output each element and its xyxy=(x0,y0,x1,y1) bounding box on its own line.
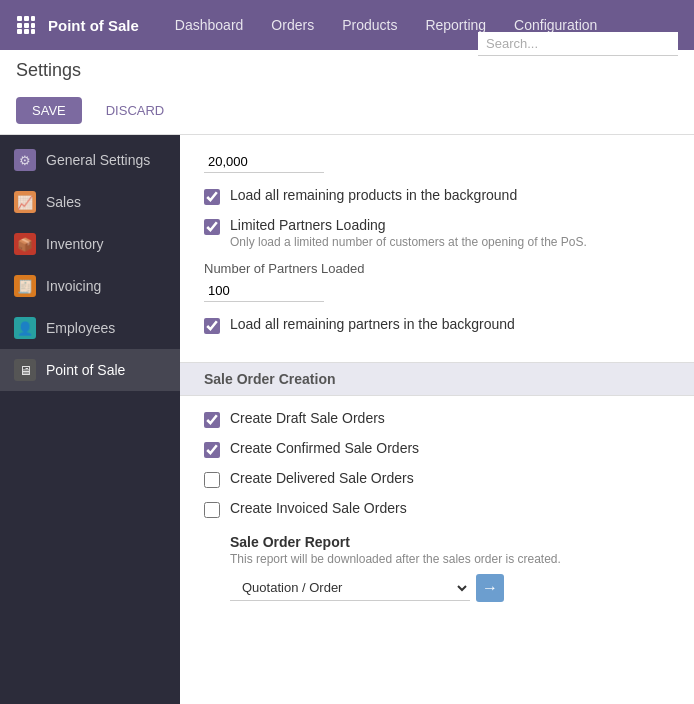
chart-icon: 📈 xyxy=(14,191,36,213)
create-invoiced-label: Create Invoiced Sale Orders xyxy=(230,500,407,516)
svg-rect-6 xyxy=(17,29,22,34)
grid-icon[interactable] xyxy=(12,11,40,39)
settings-header: Settings SAVE DISCARD xyxy=(0,50,694,135)
create-delivered-label: Create Delivered Sale Orders xyxy=(230,470,414,486)
products-loaded-field xyxy=(204,151,670,173)
svg-rect-1 xyxy=(24,16,29,21)
sidebar-item-point-of-sale[interactable]: 🖥 Point of Sale xyxy=(0,349,180,391)
sidebar-label-general-settings: General Settings xyxy=(46,152,150,168)
sidebar-label-inventory: Inventory xyxy=(46,236,104,252)
load-remaining-products-row: Load all remaining products in the backg… xyxy=(204,187,670,205)
sidebar-item-invoicing[interactable]: 🧾 Invoicing xyxy=(0,265,180,307)
load-partners-bg-label: Load all remaining partners in the backg… xyxy=(230,316,515,332)
svg-rect-8 xyxy=(31,29,35,34)
nav-products[interactable]: Products xyxy=(330,11,409,39)
create-confirmed-checkbox[interactable] xyxy=(204,442,220,458)
limited-partners-label: Limited Partners Loading xyxy=(230,217,587,233)
employees-icon: 👤 xyxy=(14,317,36,339)
create-confirmed-row: Create Confirmed Sale Orders xyxy=(204,440,670,458)
nav-orders[interactable]: Orders xyxy=(259,11,326,39)
partners-loaded-field: Number of Partners Loaded xyxy=(204,261,670,302)
create-draft-row: Create Draft Sale Orders xyxy=(204,410,670,428)
main-layout: ⚙ General Settings 📈 Sales 📦 Inventory 🧾… xyxy=(0,135,694,704)
report-navigate-button[interactable]: → xyxy=(476,574,504,602)
app-brand: Point of Sale xyxy=(48,17,139,34)
svg-rect-3 xyxy=(17,23,22,28)
nav-configuration[interactable]: Configuration xyxy=(502,11,609,39)
page-title: Settings xyxy=(16,60,678,81)
action-buttons: SAVE DISCARD xyxy=(16,89,678,134)
sidebar-item-general-settings[interactable]: ⚙ General Settings xyxy=(0,139,180,181)
box-icon: 📦 xyxy=(14,233,36,255)
gear-icon: ⚙ xyxy=(14,149,36,171)
sidebar-item-employees[interactable]: 👤 Employees xyxy=(0,307,180,349)
invoice-icon: 🧾 xyxy=(14,275,36,297)
sale-order-section-header: Sale Order Creation xyxy=(180,362,694,396)
create-invoiced-row: Create Invoiced Sale Orders xyxy=(204,500,670,518)
sidebar-label-invoicing: Invoicing xyxy=(46,278,101,294)
save-button[interactable]: SAVE xyxy=(16,97,82,124)
sidebar: ⚙ General Settings 📈 Sales 📦 Inventory 🧾… xyxy=(0,135,180,704)
limited-partners-desc: Only load a limited number of customers … xyxy=(230,235,587,249)
sidebar-label-pos: Point of Sale xyxy=(46,362,125,378)
load-remaining-products-label: Load all remaining products in the backg… xyxy=(230,187,517,203)
svg-rect-7 xyxy=(24,29,29,34)
sidebar-item-sales[interactable]: 📈 Sales xyxy=(0,181,180,223)
load-partners-bg-checkbox[interactable] xyxy=(204,318,220,334)
sale-order-creation-section: Create Draft Sale Orders Create Confirme… xyxy=(180,396,694,616)
report-select-row: Quotation / Order Invoice → xyxy=(230,574,670,602)
load-remaining-products-checkbox[interactable] xyxy=(204,189,220,205)
nav-dashboard[interactable]: Dashboard xyxy=(163,11,256,39)
report-type-select[interactable]: Quotation / Order Invoice xyxy=(230,575,470,601)
svg-rect-4 xyxy=(24,23,29,28)
partial-settings-top: Load all remaining products in the backg… xyxy=(180,135,694,362)
create-invoiced-checkbox[interactable] xyxy=(204,502,220,518)
create-confirmed-label: Create Confirmed Sale Orders xyxy=(230,440,419,456)
create-draft-label: Create Draft Sale Orders xyxy=(230,410,385,426)
svg-rect-0 xyxy=(17,16,22,21)
limited-partners-row: Limited Partners Loading Only load a lim… xyxy=(204,217,670,249)
limited-partners-checkbox[interactable] xyxy=(204,219,220,235)
svg-rect-5 xyxy=(31,23,35,28)
svg-rect-2 xyxy=(31,16,35,21)
sidebar-item-inventory[interactable]: 📦 Inventory xyxy=(0,223,180,265)
arrow-icon: → xyxy=(482,579,498,597)
products-loaded-input[interactable] xyxy=(204,151,324,173)
create-delivered-checkbox[interactable] xyxy=(204,472,220,488)
sale-order-report-desc: This report will be downloaded after the… xyxy=(230,552,670,566)
sale-order-report-title: Sale Order Report xyxy=(230,534,670,550)
sidebar-label-sales: Sales xyxy=(46,194,81,210)
partners-loaded-label: Number of Partners Loaded xyxy=(204,261,670,276)
create-draft-checkbox[interactable] xyxy=(204,412,220,428)
discard-button[interactable]: DISCARD xyxy=(90,97,181,124)
sidebar-label-employees: Employees xyxy=(46,320,115,336)
load-partners-bg-row: Load all remaining partners in the backg… xyxy=(204,316,670,334)
pos-icon: 🖥 xyxy=(14,359,36,381)
sale-order-report-container: Sale Order Report This report will be do… xyxy=(204,534,670,602)
partners-loaded-input[interactable] xyxy=(204,280,324,302)
create-delivered-row: Create Delivered Sale Orders xyxy=(204,470,670,488)
nav-reporting[interactable]: Reporting xyxy=(413,11,498,39)
settings-content-area: Load all remaining products in the backg… xyxy=(180,135,694,704)
